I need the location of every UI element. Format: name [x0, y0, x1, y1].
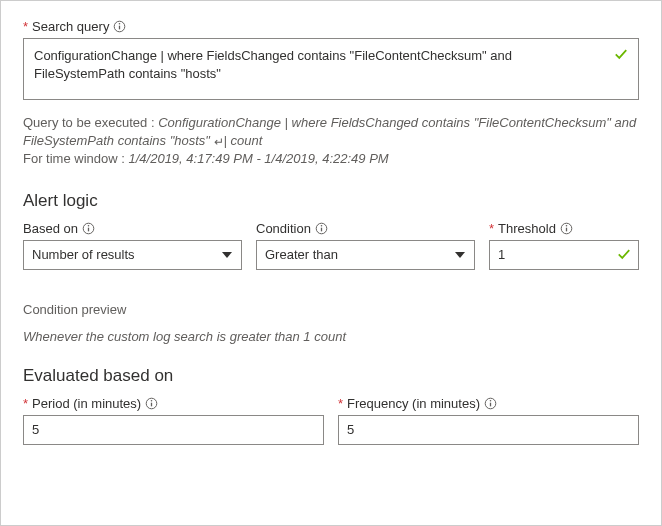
condition-preview-label: Condition preview	[23, 302, 639, 317]
time-range: 1/4/2019, 4:17:49 PM - 1/4/2019, 4:22:49…	[128, 151, 388, 166]
frequency-col: * Frequency (in minutes)	[338, 396, 639, 445]
frequency-input[interactable]	[338, 415, 639, 445]
svg-rect-7	[321, 227, 322, 231]
evaluated-heading: Evaluated based on	[23, 366, 639, 386]
svg-rect-13	[151, 402, 152, 406]
svg-point-14	[151, 399, 153, 401]
condition-col: Condition Greater than	[256, 221, 475, 270]
info-icon[interactable]	[113, 20, 126, 33]
info-icon[interactable]	[560, 222, 573, 235]
threshold-label: Threshold	[498, 221, 556, 236]
condition-preview-text: Whenever the custom log search is greate…	[23, 329, 639, 344]
query-desc-count: | count	[224, 133, 263, 148]
alert-logic-heading: Alert logic	[23, 191, 639, 211]
svg-rect-10	[566, 227, 567, 231]
required-asterisk: *	[23, 397, 28, 410]
alert-rule-panel: * Search query ConfigurationChange | whe…	[0, 0, 662, 526]
based-on-col: Based on Number of results	[23, 221, 242, 270]
info-icon[interactable]	[484, 397, 497, 410]
svg-point-2	[119, 23, 121, 25]
info-icon[interactable]	[315, 222, 328, 235]
svg-rect-4	[88, 227, 89, 231]
based-on-select[interactable]: Number of results	[23, 240, 242, 270]
search-query-label-row: * Search query	[23, 19, 639, 34]
svg-point-8	[321, 224, 323, 226]
svg-point-17	[490, 399, 492, 401]
period-label: Period (in minutes)	[32, 396, 141, 411]
search-query-input[interactable]: ConfigurationChange | where FieldsChange…	[23, 38, 639, 100]
checkmark-icon	[614, 47, 628, 66]
required-asterisk: *	[338, 397, 343, 410]
svg-rect-1	[119, 26, 120, 30]
period-col: * Period (in minutes)	[23, 396, 324, 445]
condition-label: Condition	[256, 221, 311, 236]
svg-point-11	[566, 224, 568, 226]
search-query-text: ConfigurationChange | where FieldsChange…	[34, 48, 512, 81]
time-prefix: For time window :	[23, 151, 128, 166]
svg-point-5	[88, 224, 90, 226]
frequency-label: Frequency (in minutes)	[347, 396, 480, 411]
checkmark-icon	[617, 247, 631, 261]
required-asterisk: *	[489, 222, 494, 235]
threshold-col: * Threshold	[489, 221, 639, 270]
alert-logic-row: Based on Number of results Condition	[23, 221, 639, 270]
return-icon: ↵	[214, 134, 224, 151]
condition-select[interactable]: Greater than	[256, 240, 475, 270]
svg-rect-16	[490, 402, 491, 406]
based-on-label: Based on	[23, 221, 78, 236]
info-icon[interactable]	[145, 397, 158, 410]
query-description: Query to be executed : ConfigurationChan…	[23, 114, 639, 169]
info-icon[interactable]	[82, 222, 95, 235]
required-asterisk: *	[23, 20, 28, 33]
search-query-label: Search query	[32, 19, 109, 34]
period-input[interactable]	[23, 415, 324, 445]
evaluated-row: * Period (in minutes) * Frequency (in mi…	[23, 396, 639, 445]
query-desc-prefix: Query to be executed :	[23, 115, 158, 130]
